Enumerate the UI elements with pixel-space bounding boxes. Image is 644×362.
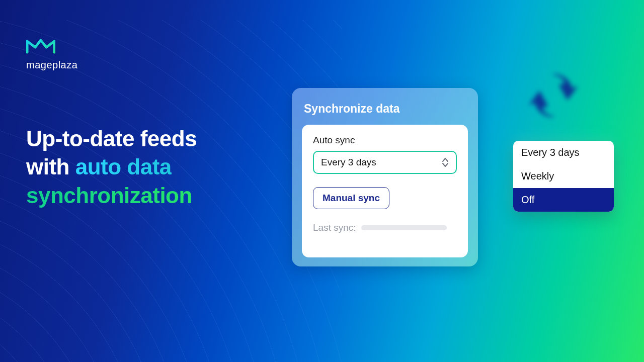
auto-sync-dropdown[interactable]: Every 3 days Weekly Off [513, 141, 614, 212]
headline-accent2: synchronization [26, 183, 192, 208]
dropdown-option-weekly[interactable]: Weekly [513, 164, 614, 188]
promo-stage: mageplaza Up-to-date feeds with auto dat… [0, 0, 644, 362]
last-sync-row: Last sync: [313, 222, 457, 233]
mageplaza-mark-icon [26, 35, 55, 55]
card-body: Auto sync Every 3 days Manual sync Last … [302, 125, 468, 257]
auto-sync-label: Auto sync [313, 135, 457, 146]
headline-accent1: auto data [75, 154, 172, 179]
manual-sync-button[interactable]: Manual sync [313, 187, 389, 209]
last-sync-label: Last sync: [313, 222, 356, 233]
headline-line1: Up-to-date feeds [26, 126, 197, 151]
auto-sync-select[interactable]: Every 3 days [313, 151, 457, 174]
brand-logo: mageplaza [26, 35, 77, 71]
stepper-icon [442, 157, 449, 167]
auto-sync-value: Every 3 days [321, 157, 376, 168]
headline: Up-to-date feeds with auto data synchron… [26, 125, 248, 210]
dropdown-option-every-3-days[interactable]: Every 3 days [513, 141, 614, 164]
dropdown-option-off[interactable]: Off [513, 188, 614, 212]
headline-line2a: with [26, 154, 75, 179]
brand-name: mageplaza [26, 59, 77, 71]
sync-card: Synchronize data Auto sync Every 3 days … [292, 88, 478, 266]
last-sync-placeholder [361, 225, 447, 230]
card-title: Synchronize data [304, 102, 468, 116]
sync-icon [518, 65, 589, 126]
